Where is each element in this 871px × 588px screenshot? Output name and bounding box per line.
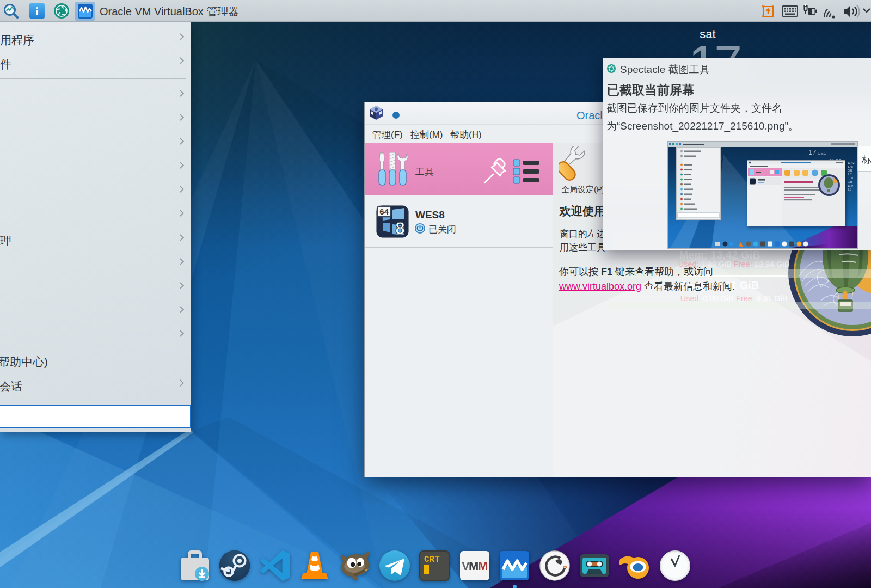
svg-text:M: M [478,559,488,573]
svg-text:i: i [35,4,39,18]
svg-text:M: M [469,559,479,573]
svg-text:64: 64 [379,207,389,216]
svg-text:8: 8 [395,218,405,238]
svg-text:CRT: CRT [424,555,440,565]
svg-text:rs: rs [563,565,567,569]
